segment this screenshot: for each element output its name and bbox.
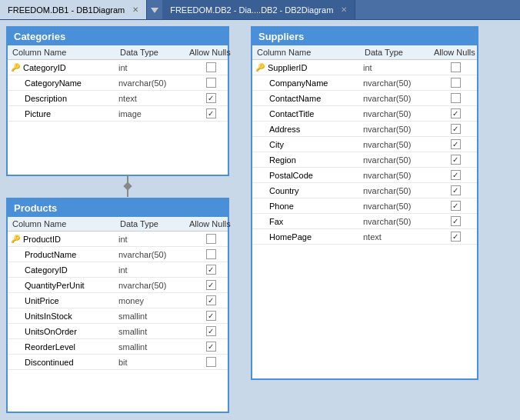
allow-nulls-checkbox[interactable] (451, 170, 461, 180)
tab-db2diagram[interactable]: FREEDOM.DB2 - Dia....DB2 - DB2Diagram ✕ (162, 0, 355, 19)
table-row[interactable]: Faxnvarchar(50) (252, 214, 477, 229)
cell-column-name: Discontinued (11, 358, 118, 367)
allow-nulls-checkbox[interactable] (206, 357, 216, 367)
column-name-text: PostalCode (269, 171, 313, 180)
cell-column-name: UnitPrice (11, 296, 118, 305)
table-row[interactable]: 🔑ProductIDint (8, 232, 228, 247)
allow-nulls-checkbox[interactable] (206, 295, 216, 305)
cell-data-type: smallint (118, 342, 188, 352)
column-name-text: HomePage (269, 232, 312, 242)
suppliers-col-headers: Column Name Data Type Allow Nulls (252, 45, 477, 60)
tab-group-left: FREEDOM.DB1 - DB1Diagram ✕ (0, 0, 147, 19)
right-panel: Suppliers Column Name Data Type Allow Nu… (251, 26, 489, 414)
allow-nulls-checkbox[interactable] (451, 155, 461, 165)
table-row[interactable]: Descriptionntext (8, 91, 228, 106)
allow-nulls-checkbox[interactable] (451, 78, 461, 88)
table-row[interactable]: UnitPricemoney (8, 293, 228, 308)
table-row[interactable]: 🔑SupplierIDint (252, 60, 477, 75)
tab-db2-close[interactable]: ✕ (341, 5, 347, 14)
main-area: Categories Column Name Data Type Allow N… (0, 20, 520, 420)
cell-data-type: smallint (118, 312, 188, 321)
dropdown-arrow-icon[interactable] (147, 0, 162, 20)
column-name-text: Phone (269, 202, 294, 211)
cell-column-name: Description (11, 94, 118, 103)
table-row[interactable]: ReorderLevelsmallint (8, 339, 228, 355)
column-name-text: CompanyName (269, 78, 328, 88)
cell-allow-nulls (432, 185, 478, 195)
allow-nulls-checkbox[interactable] (206, 280, 216, 290)
table-row[interactable]: UnitsInStocksmallint (8, 308, 228, 324)
key-icon: 🔑 (255, 63, 265, 72)
allow-nulls-checkbox[interactable] (451, 201, 461, 211)
table-row[interactable]: HomePagentext (252, 229, 477, 245)
prod-col-header-nulls: Allow Nulls (188, 218, 234, 229)
cell-allow-nulls (188, 62, 234, 72)
allow-nulls-checkbox[interactable] (451, 62, 461, 72)
connector-diamond-icon (123, 182, 132, 190)
allow-nulls-checkbox[interactable] (206, 78, 216, 88)
tab-db1-close[interactable]: ✕ (132, 5, 138, 14)
column-name-text: CategoryID (25, 265, 68, 275)
categories-table-header: Categories (8, 28, 228, 45)
allow-nulls-checkbox[interactable] (451, 93, 461, 103)
cell-allow-nulls (188, 280, 234, 290)
table-row[interactable]: Addressnvarchar(50) (252, 122, 477, 137)
tab-db1diagram[interactable]: FREEDOM.DB1 - DB1Diagram ✕ (0, 0, 147, 19)
column-name-text: ReorderLevel (25, 342, 75, 352)
allow-nulls-checkbox[interactable] (206, 234, 216, 244)
table-row[interactable]: Countrynvarchar(50) (252, 183, 477, 198)
table-row[interactable]: ContactNamenvarchar(50) (252, 91, 477, 106)
cell-column-name: UnitsInStock (11, 312, 118, 321)
allow-nulls-checkbox[interactable] (206, 265, 216, 275)
suppliers-table-header: Suppliers (252, 28, 477, 45)
table-row[interactable]: CompanyNamenvarchar(50) (252, 75, 477, 91)
allow-nulls-checkbox[interactable] (206, 249, 216, 259)
allow-nulls-checkbox[interactable] (451, 108, 461, 118)
table-row[interactable]: Discontinuedbit (8, 355, 228, 370)
table-row[interactable]: Pictureimage (8, 106, 228, 122)
tab-db1-label: FREEDOM.DB1 - DB1Diagram (8, 5, 125, 15)
cell-column-name: City (255, 140, 363, 149)
allow-nulls-checkbox[interactable] (451, 232, 461, 242)
table-row[interactable]: Citynvarchar(50) (252, 137, 477, 152)
cell-data-type: nvarchar(50) (363, 202, 432, 211)
cell-allow-nulls (188, 108, 234, 118)
cell-data-type: smallint (118, 327, 188, 336)
cell-column-name: Country (255, 186, 363, 195)
allow-nulls-checkbox[interactable] (206, 326, 216, 336)
column-name-text: ProductName (25, 250, 76, 259)
allow-nulls-checkbox[interactable] (206, 93, 216, 103)
table-row[interactable]: ProductNamenvarchar(50) (8, 247, 228, 262)
allow-nulls-checkbox[interactable] (451, 216, 461, 226)
table-row[interactable]: Phonenvarchar(50) (252, 198, 477, 214)
table-row[interactable]: Regionnvarchar(50) (252, 152, 477, 168)
cell-data-type: ntext (118, 94, 188, 103)
cell-column-name: ContactName (255, 94, 363, 103)
table-row[interactable]: QuantityPerUnitnvarchar(50) (8, 278, 228, 293)
table-row[interactable]: ContactTitlenvarchar(50) (252, 106, 477, 122)
key-icon: 🔑 (11, 63, 20, 72)
cell-allow-nulls (188, 78, 234, 88)
products-table: Products Column Name Data Type Allow Nul… (6, 198, 229, 413)
table-row[interactable]: PostalCodenvarchar(50) (252, 168, 477, 183)
cell-column-name: QuantityPerUnit (11, 281, 118, 290)
cell-data-type: nvarchar(50) (118, 250, 188, 259)
allow-nulls-checkbox[interactable] (451, 185, 461, 195)
column-name-text: Country (269, 186, 299, 195)
allow-nulls-checkbox[interactable] (206, 108, 216, 118)
table-row[interactable]: CategoryNamenvarchar(50) (8, 75, 228, 91)
allow-nulls-checkbox[interactable] (206, 311, 216, 321)
tab-group-right: FREEDOM.DB2 - Dia....DB2 - DB2Diagram ✕ (162, 0, 355, 19)
table-row[interactable]: 🔑CategoryIDint (8, 60, 228, 75)
table-row[interactable]: UnitsOnOrdersmallint (8, 324, 228, 339)
table-row[interactable]: CategoryIDint (8, 262, 228, 278)
column-name-text: QuantityPerUnit (25, 281, 85, 290)
allow-nulls-checkbox[interactable] (206, 342, 216, 352)
categories-table: Categories Column Name Data Type Allow N… (6, 26, 229, 176)
allow-nulls-checkbox[interactable] (206, 62, 216, 72)
allow-nulls-checkbox[interactable] (451, 124, 461, 134)
cell-data-type: int (118, 265, 188, 275)
cell-data-type: int (363, 63, 432, 72)
allow-nulls-checkbox[interactable] (451, 139, 461, 149)
column-name-text: ContactTitle (269, 109, 314, 118)
